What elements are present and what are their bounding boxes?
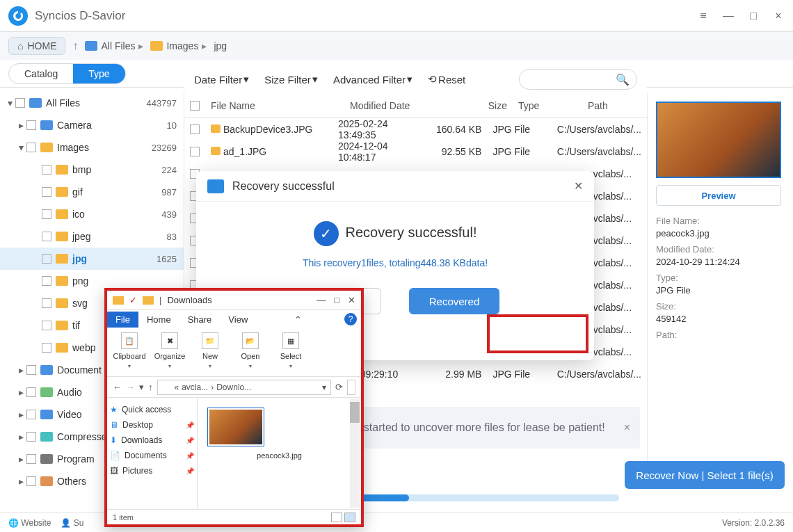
checkbox[interactable]	[42, 254, 51, 264]
checkbox[interactable]	[42, 276, 51, 286]
preview-button[interactable]: Preview	[656, 185, 781, 206]
ribbon-select[interactable]: ▦Select▾	[271, 332, 310, 372]
tree-all-files[interactable]: ▾All Files443797	[0, 92, 184, 114]
maximize-button[interactable]: □	[747, 10, 760, 22]
dialog-close-icon[interactable]: ✕	[574, 179, 583, 193]
tab-view[interactable]: View	[220, 312, 256, 328]
checkbox[interactable]	[26, 432, 36, 442]
tab-home[interactable]: Home	[138, 312, 179, 328]
breadcrumb-all-files[interactable]: All Files▸	[85, 40, 143, 51]
nav-desktop[interactable]: 🖥Desktop📌	[110, 417, 194, 433]
nav-pictures[interactable]: 🖼Pictures📌	[110, 463, 194, 478]
up-button[interactable]: ↑	[148, 382, 153, 392]
support-link[interactable]: 👤 Su	[61, 518, 83, 528]
folder-icon	[150, 41, 163, 51]
tab-catalog[interactable]: Catalog	[9, 64, 73, 83]
up-arrow-icon[interactable]: ↑	[72, 40, 78, 52]
col-type[interactable]: Type	[513, 100, 582, 111]
row-checkbox[interactable]	[190, 147, 200, 156]
tab-type[interactable]: Type	[73, 64, 125, 83]
checkbox[interactable]	[26, 387, 36, 397]
checkbox[interactable]	[26, 454, 36, 464]
checkbox[interactable]	[26, 410, 36, 419]
table-row[interactable]: BackupDevice3.JPG2025-02-24 13:49:35160.…	[184, 118, 647, 140]
checkbox[interactable]	[26, 120, 36, 130]
website-link[interactable]: 🌐 Website	[8, 518, 51, 528]
checkbox[interactable]	[26, 143, 36, 152]
tree-jpg[interactable]: jpg1625	[0, 248, 184, 270]
recover-now-button[interactable]: Recover Now | Select 1 file(s)	[625, 461, 785, 489]
help-icon[interactable]: ?	[344, 313, 357, 325]
scrollbar[interactable]	[350, 399, 360, 508]
checkbox[interactable]	[26, 365, 36, 375]
ribbon-clipboard[interactable]: 📋Clipboard▾	[110, 332, 149, 372]
nav-documents[interactable]: 📄Documents📌	[110, 448, 194, 463]
date-filter[interactable]: Date Filter▾	[194, 73, 249, 86]
minimize-button[interactable]: —	[722, 10, 735, 22]
address-input[interactable]: « avcla...›Downlo...▾	[157, 380, 332, 395]
size-filter[interactable]: Size Filter▾	[264, 73, 318, 86]
checkbox[interactable]	[42, 321, 51, 330]
chevron-up-icon[interactable]: ⌃	[294, 314, 306, 325]
banner-close-icon[interactable]: ×	[624, 421, 630, 434]
nav-downloads[interactable]: ⬇Downloads📌	[110, 433, 194, 448]
select-all-checkbox[interactable]	[190, 101, 200, 111]
checkbox[interactable]	[42, 298, 51, 308]
home-button[interactable]: ⌂ HOME	[8, 37, 65, 55]
col-size[interactable]: Size	[450, 100, 513, 111]
back-button[interactable]: ←	[113, 382, 122, 392]
ribbon-organize[interactable]: ✖Organize▾	[150, 332, 189, 372]
nav-quick-access[interactable]: ★Quick access	[110, 402, 194, 417]
menu-icon[interactable]: ≡	[697, 10, 710, 22]
checkbox[interactable]	[42, 232, 51, 241]
checkbox[interactable]	[42, 343, 51, 353]
refresh-icon[interactable]: ⟳	[335, 382, 343, 392]
tree-gif[interactable]: gif987	[0, 181, 184, 203]
checkbox[interactable]	[42, 165, 51, 175]
tree-images[interactable]: ▾Images23269	[0, 136, 184, 159]
tree-jpeg[interactable]: jpeg83	[0, 225, 184, 248]
tree-count: 23269	[152, 143, 177, 153]
tree-bmp[interactable]: bmp224	[0, 159, 184, 181]
row-checkbox[interactable]	[190, 124, 200, 134]
folder-icon	[56, 232, 68, 241]
checkbox[interactable]	[26, 476, 36, 486]
checkbox[interactable]	[15, 98, 25, 108]
folder-icon	[56, 165, 68, 175]
breadcrumb-images[interactable]: Images▸	[150, 40, 207, 51]
ribbon-open[interactable]: 📂Open▾	[231, 332, 270, 372]
table-row[interactable]: ad_1.JPG2024-12-04 10:48:1792.55 KBJPG F…	[184, 140, 647, 163]
col-path[interactable]: Path	[582, 100, 647, 111]
advanced-filter[interactable]: Advanced Filter▾	[333, 73, 412, 86]
chevron-down-icon: ▾	[15, 142, 26, 153]
file-thumbnail[interactable]	[207, 408, 264, 446]
folder-icon	[56, 187, 68, 197]
close-button[interactable]: ×	[772, 10, 785, 22]
maximize-button[interactable]: □	[334, 295, 339, 305]
reset-filter[interactable]: ⟲Reset	[428, 73, 465, 86]
meta-size-label: Size:	[656, 301, 785, 312]
close-button[interactable]: ✕	[348, 295, 355, 305]
forward-button[interactable]: →	[126, 382, 135, 392]
highlight-annotation	[487, 314, 588, 353]
details-view-icon[interactable]	[331, 513, 342, 522]
search-input[interactable]: 🔍	[519, 69, 637, 90]
tree-camera[interactable]: ▸Camera10	[0, 114, 184, 136]
checkbox[interactable]	[42, 187, 51, 197]
clipboard-icon: 📋	[121, 332, 138, 349]
checkbox[interactable]	[42, 209, 51, 219]
chevron-right-icon: ▸	[15, 409, 26, 420]
col-name[interactable]: File Name	[205, 100, 344, 111]
video-icon	[40, 410, 53, 419]
minimize-button[interactable]: —	[317, 295, 326, 305]
ribbon-new[interactable]: 📁New▾	[191, 332, 230, 372]
icons-view-icon[interactable]	[344, 513, 355, 522]
explorer-address-bar: ← → ▾ ↑ « avcla...›Downlo...▾ ⟳	[107, 377, 361, 398]
search-explorer-input[interactable]	[347, 380, 355, 395]
chevron-down-icon[interactable]: ▾	[139, 382, 144, 392]
tab-file[interactable]: File	[107, 312, 138, 328]
dialog-recovered-button[interactable]: Recovered	[409, 288, 499, 314]
col-modified[interactable]: Modified Date	[344, 100, 450, 111]
tab-share[interactable]: Share	[179, 312, 221, 328]
tree-ico[interactable]: ico439	[0, 203, 184, 225]
